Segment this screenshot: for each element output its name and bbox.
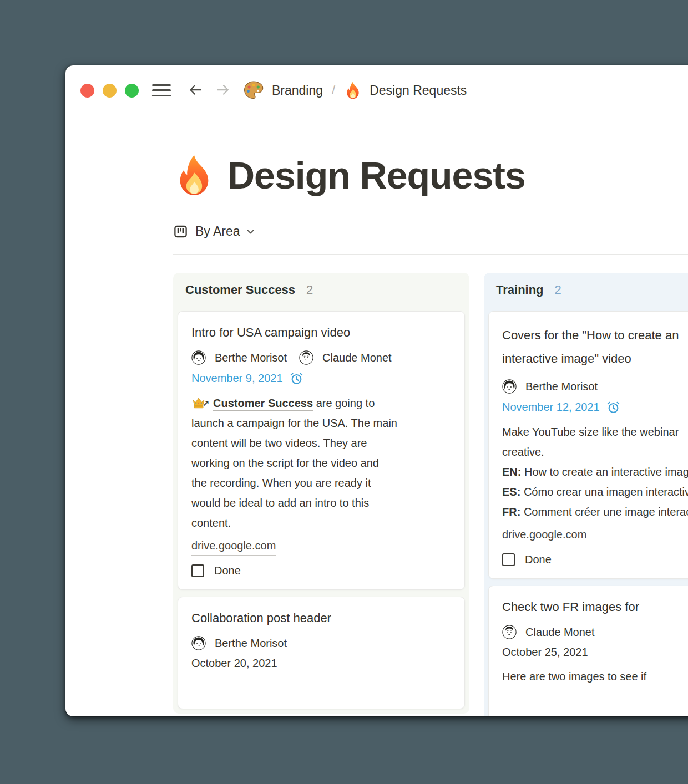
date-text: November 12, 2021 [502,401,600,414]
card-title: Check two FR images for [502,598,688,616]
breadcrumb-item-design-requests[interactable]: Design Requests [344,82,467,99]
minimize-button[interactable] [103,84,117,98]
card-title: Collaboration post header [191,609,451,627]
column-count: 2 [555,283,561,297]
app-window: Branding / Design Requests Design Reques… [65,65,688,716]
description-text: FR: Comment créer une image interactive [502,502,688,522]
description-text: content will be two videos. They are [191,433,451,453]
person-name: Claude Monet [525,626,595,639]
card-date: October 20, 2021 [191,657,451,670]
date-text: October 25, 2021 [502,646,588,659]
close-button[interactable] [80,84,94,98]
card-people: Berthe Morisot [191,636,451,650]
card-collaboration-post-header[interactable]: Collaboration post header Berthe Morisot… [178,597,465,709]
crown-icon: ↗ [191,395,206,410]
breadcrumb-separator: / [332,83,335,98]
card-people: Berthe Morisot [502,379,688,394]
description-text: the recording. When you are ready it [191,473,451,493]
breadcrumb: Branding / Design Requests [243,80,467,101]
checkbox-label: Done [214,564,241,577]
card-description: ↗ Customer Success are going to launch a… [191,393,451,533]
date-text: November 9, 2021 [191,372,283,385]
breadcrumb-item-branding[interactable]: Branding [243,80,323,101]
zoom-button[interactable] [125,84,139,98]
column-name: Training [496,283,544,297]
chevron-down-icon [245,226,256,237]
done-checkbox[interactable] [502,553,515,566]
divider [173,254,688,255]
description-text: Here are two images to see if [502,666,688,686]
person-name: Berthe Morisot [215,352,287,364]
forward-icon[interactable] [214,83,232,98]
column-header: Training 2 [488,277,688,306]
card-date: November 12, 2021 [502,400,688,414]
checkbox-label: Done [525,553,552,566]
claude-monet-avatar [502,625,517,639]
card-description: Make YouTube size like the webinar creat… [502,422,688,522]
card-people: Claude Monet [502,625,688,639]
person-chip: Claude Monet [502,625,595,639]
person-name: Berthe Morisot [525,380,598,393]
drive-link[interactable]: drive.google.com [502,526,586,544]
berthe-morisot-avatar [191,636,206,650]
column-header: Customer Success 2 [178,277,465,306]
drive-link[interactable]: drive.google.com [191,537,276,556]
description-text: launch a campaign for the USA. The main [191,413,451,433]
done-checkbox[interactable] [191,564,204,577]
claude-monet-avatar [299,350,313,365]
card-intro-usa-campaign[interactable]: Intro for USA campaign video Berthe Mori… [178,311,465,590]
palette-icon [243,80,264,101]
description-text: would be ideal to add an intro to this [191,493,451,513]
person-name: Claude Monet [322,352,392,364]
view-switcher-by-area[interactable]: By Area [173,224,256,239]
todo-row: Done [191,564,451,577]
view-switcher-label: By Area [195,224,240,239]
column-name: Customer Success [185,283,295,297]
description-text: ES: Cómo crear una imagen interactiva [502,482,688,502]
card-date: November 9, 2021 [191,371,451,385]
berthe-morisot-avatar [191,350,206,365]
person-name: Berthe Morisot [215,637,287,650]
description-text: EN: How to create an interactive image [502,462,688,482]
fire-icon [173,154,215,196]
page-title: Design Requests [227,154,525,196]
card-covers-how-to-create[interactable]: Covers for the "How to create an interac… [488,311,688,579]
description-text: creative. [502,442,688,462]
kanban-board: Customer Success 2 Intro for USA campaig… [173,273,688,716]
person-chip: Berthe Morisot [191,636,287,650]
card-title: Intro for USA campaign video [191,324,451,342]
column-count: 2 [306,283,313,297]
card-title: Covers for the "How to create an interac… [502,324,688,370]
card-description: Here are two images to see if [502,666,688,686]
board-view-icon [173,224,188,239]
card-people: Berthe Morisot Claude Monet [191,350,451,365]
person-chip: Berthe Morisot [502,379,598,394]
description-text: Make YouTube size like the webinar [502,422,688,442]
person-chip: Berthe Morisot [191,350,287,365]
breadcrumb-label: Design Requests [370,83,467,98]
back-icon[interactable] [186,83,204,98]
berthe-morisot-avatar [502,379,517,394]
breadcrumb-label: Branding [272,83,323,98]
page-mention-customer-success[interactable]: Customer Success [213,397,313,411]
alarm-clock-icon [606,400,620,414]
window-titlebar: Branding / Design Requests [65,65,688,96]
board-column-training: Training 2 Covers for the "How to create… [484,273,688,716]
date-text: October 20, 2021 [191,657,277,670]
fire-icon [344,82,362,99]
card-date: October 25, 2021 [502,646,688,659]
description-text: working on the script for the video and [191,453,451,473]
person-chip: Claude Monet [299,350,392,365]
board-column-customer-success: Customer Success 2 Intro for USA campaig… [173,273,469,714]
todo-row: Done [502,553,688,566]
card-check-two-fr-images[interactable]: Check two FR images for Claude Monet Oct… [488,586,688,716]
alarm-clock-icon [290,371,303,385]
description-text: content. [191,513,451,533]
menu-icon[interactable] [152,84,171,98]
description-text: are going to [313,397,375,409]
link-arrow-icon: ↗ [202,394,209,414]
